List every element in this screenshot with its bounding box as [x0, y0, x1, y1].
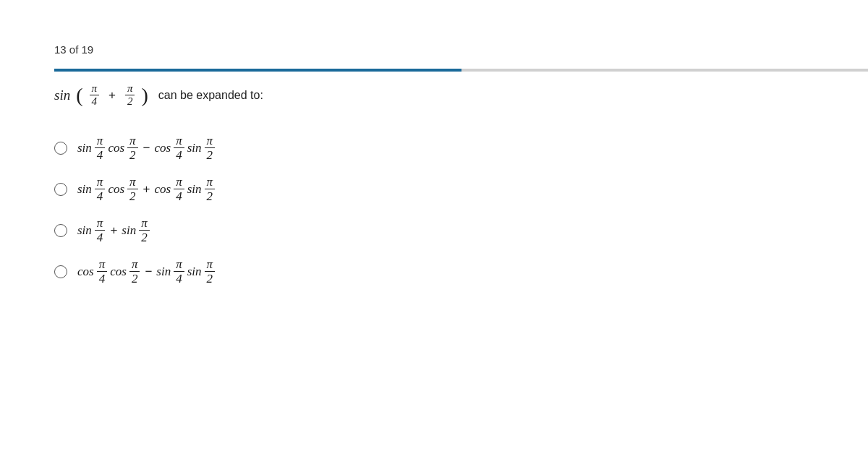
radio-d[interactable]: [54, 265, 67, 278]
opt-a-frac2: π 2: [127, 134, 138, 161]
opt-d-sin2: sin: [187, 265, 202, 279]
page-counter: 13 of 19: [54, 43, 93, 56]
stem-frac1-den: 4: [90, 95, 100, 107]
option-a[interactable]: sin π 4 cos π 2 − cos π 4: [54, 127, 814, 168]
stem-plus: +: [109, 88, 116, 103]
opt-c-sin1: sin: [77, 223, 92, 238]
opt-c-frac1: π 4: [95, 217, 106, 244]
opt-a-sin1: sin: [77, 141, 92, 155]
opt-b-cos1: cos: [108, 182, 124, 197]
opt-b-plus: +: [143, 182, 150, 197]
progress-bar-empty: [461, 69, 868, 72]
stem-frac1-num: π: [90, 83, 100, 95]
opt-d-sin1: sin: [156, 265, 171, 279]
question-area: sin ( π 4 + π 2 ) can be expanded to: si…: [54, 83, 814, 292]
opt-a-frac1: π 4: [95, 134, 106, 161]
opt-a-frac4: π 2: [205, 134, 216, 161]
stem-open-paren: (: [76, 85, 82, 106]
opt-a-cos2: cos: [155, 141, 171, 155]
opt-c-sin2: sin: [122, 223, 136, 238]
opt-d-minus: −: [145, 265, 152, 279]
opt-d-frac1: π 4: [97, 258, 108, 285]
stem-frac2-num: π: [125, 83, 135, 95]
option-c-math: sin π 4 + sin π 2: [77, 217, 150, 244]
stem-frac-1: π 4: [90, 83, 100, 107]
stem-close-paren: ): [141, 85, 148, 106]
radio-b[interactable]: [54, 183, 67, 196]
opt-b-frac4: π 2: [205, 176, 216, 202]
opt-b-frac3: π 4: [174, 176, 184, 202]
option-b[interactable]: sin π 4 cos π 2 + cos π 4: [54, 168, 814, 210]
opt-a-sin2: sin: [187, 141, 202, 155]
opt-d-frac4: π 2: [205, 258, 216, 285]
stem-sin: sin: [54, 87, 70, 103]
option-d-math: cos π 4 cos π 2 − sin π 4: [77, 258, 216, 285]
option-d[interactable]: cos π 4 cos π 2 − sin π 4: [54, 251, 814, 292]
opt-b-cos2: cos: [155, 182, 171, 197]
question-stem: sin ( π 4 + π 2 ) can be expanded to:: [54, 83, 814, 107]
progress-bar-filled: [54, 69, 461, 72]
option-a-math: sin π 4 cos π 2 − cos π 4: [77, 134, 216, 161]
opt-d-frac3: π 4: [174, 258, 184, 285]
stem-frac2-den: 2: [125, 95, 135, 107]
opt-a-cos1: cos: [108, 141, 124, 155]
opt-d-frac2: π 2: [129, 258, 140, 285]
stem-text: can be expanded to:: [158, 89, 263, 102]
radio-a[interactable]: [54, 142, 67, 155]
opt-b-sin2: sin: [187, 182, 202, 197]
page-container: 13 of 19 sin ( π 4 + π 2 ) can be expand…: [0, 0, 868, 472]
stem-frac-2: π 2: [125, 83, 135, 107]
opt-b-frac2: π 2: [127, 176, 138, 202]
opt-c-plus: +: [110, 223, 117, 238]
opt-d-cos2: cos: [110, 265, 127, 279]
opt-b-frac1: π 4: [95, 176, 106, 202]
option-c[interactable]: sin π 4 + sin π 2: [54, 210, 814, 251]
opt-a-frac3: π 4: [174, 134, 184, 161]
opt-c-frac2: π 2: [139, 217, 150, 244]
options-list: sin π 4 cos π 2 − cos π 4: [54, 127, 814, 292]
radio-c[interactable]: [54, 224, 67, 237]
option-b-math: sin π 4 cos π 2 + cos π 4: [77, 176, 216, 202]
opt-d-cos1: cos: [77, 265, 94, 279]
opt-a-minus: −: [143, 141, 150, 155]
progress-bar: [54, 69, 868, 72]
opt-b-sin1: sin: [77, 182, 92, 197]
